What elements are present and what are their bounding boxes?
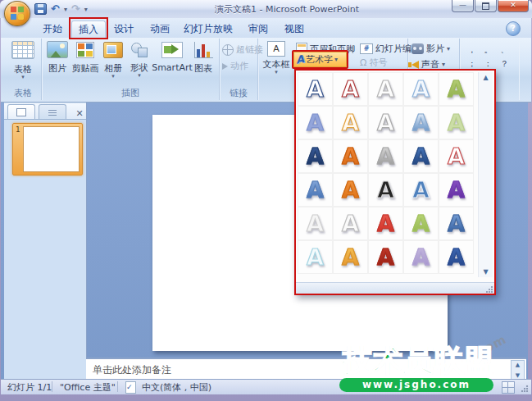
tab-animations[interactable]: 动画 (143, 21, 176, 37)
wordart-style-option[interactable]: A (439, 207, 474, 240)
office-button[interactable] (4, 1, 30, 26)
tab-review[interactable]: 审阅 (242, 21, 275, 37)
scroll-up-icon[interactable]: ▲ (512, 361, 524, 369)
table-icon (11, 41, 34, 59)
wordart-gallery: AAAAAAAAAAAAAAAAAAAAAAAAAAAAAA ▲ ▼ (294, 69, 496, 295)
gallery-scrollbar[interactable]: ▲ ▼ (478, 72, 493, 277)
wordart-style-option[interactable]: A (403, 139, 439, 173)
wordart-style-option[interactable]: A (368, 106, 403, 139)
slides-tab-icon (16, 108, 26, 116)
picture-button[interactable]: 图片 (45, 41, 70, 75)
undo-dropdown-icon[interactable]: ▾ (64, 6, 67, 13)
chart-button[interactable]: 图表 (191, 42, 216, 75)
scroll-up-icon[interactable]: ▲ (479, 74, 493, 81)
wordart-style-option[interactable]: A (403, 106, 439, 139)
wordart-style-option[interactable]: A (333, 72, 368, 106)
window-controls: — ✕ (452, 0, 529, 12)
movie-button[interactable]: 影片 ▾ (412, 43, 450, 55)
wordart-style-option[interactable]: A (403, 207, 439, 240)
qat-customize-icon[interactable]: ▾ (84, 6, 88, 13)
wordart-style-option[interactable]: A (439, 106, 474, 139)
tab-slides[interactable] (7, 104, 35, 119)
textbox-button[interactable]: A 文本框 ▾ (261, 41, 291, 75)
special-symbol-button[interactable]: 、 (496, 43, 513, 56)
wordart-style-option[interactable]: A (403, 173, 439, 207)
slide-thumbnail[interactable]: 1 (12, 123, 83, 175)
minimize-button[interactable]: — (452, 0, 474, 12)
close-button[interactable]: ✕ (498, 0, 529, 12)
special-symbol-button[interactable]: ； (463, 57, 480, 70)
wordart-style-option[interactable]: A (439, 139, 474, 173)
table-button[interactable]: 表格 ▾ (11, 41, 35, 80)
help-button[interactable]: ? (506, 21, 521, 36)
wordart-style-option[interactable]: A (368, 173, 403, 207)
slide-number-icon: # (360, 43, 373, 54)
wordart-style-option[interactable]: A (368, 240, 403, 274)
notes-placeholder[interactable]: 单击此处添加备注 (93, 363, 171, 377)
special-symbol-button[interactable]: ？ (496, 57, 513, 70)
wordart-style-option[interactable]: A (298, 106, 333, 139)
symbol-button[interactable]: Ω 符号 (360, 57, 387, 69)
wordart-letter: A (342, 78, 359, 100)
tab-outline[interactable] (39, 104, 66, 119)
panel-close-icon[interactable]: ✕ (73, 108, 86, 119)
wordart-letter: A (377, 145, 394, 167)
wordart-style-option[interactable]: A (333, 173, 368, 207)
special-symbol-button[interactable]: ， (463, 43, 480, 56)
wordart-style-option[interactable]: A (298, 207, 333, 240)
slide-thumbnail-number: 1 (16, 125, 20, 134)
notes-scrollbar[interactable]: ▲ ▼ (511, 360, 525, 380)
shapes-button[interactable]: 形状 ▾ (127, 42, 152, 78)
language-indicator[interactable]: 中文(简体 , 中国) (142, 381, 211, 394)
tab-design[interactable]: 设计 (107, 21, 140, 37)
wordart-style-option[interactable]: A (298, 72, 333, 106)
wordart-style-option[interactable]: A (403, 72, 439, 106)
spellcheck-icon[interactable] (125, 381, 136, 394)
redo-button[interactable]: ↷ (71, 3, 80, 15)
restore-icon (482, 2, 489, 10)
wordart-style-option[interactable]: A (333, 240, 368, 274)
action-button[interactable]: 动作 (222, 60, 248, 72)
outline-tab-icon (48, 109, 57, 116)
smartart-button[interactable]: SmartArt (152, 42, 193, 73)
clipart-button[interactable]: 剪贴画 (71, 42, 99, 75)
photo-album-button[interactable]: 相册 ▾ (101, 42, 125, 79)
office-logo-square (18, 7, 24, 12)
wordart-style-option[interactable]: A (368, 139, 403, 173)
wordart-letter: A (412, 112, 430, 134)
fit-slide-button[interactable] (502, 381, 515, 394)
shapes-icon (130, 42, 148, 57)
undo-button[interactable]: ↶ (51, 3, 60, 15)
wordart-style-option[interactable]: A (298, 139, 333, 173)
wordart-letter: A (377, 112, 394, 134)
scroll-down-icon[interactable]: ▼ (479, 268, 493, 276)
hyperlink-button[interactable]: 超链接 (222, 43, 263, 56)
special-symbol-button[interactable]: 。 (480, 43, 497, 56)
gallery-resize-grip[interactable] (486, 285, 493, 293)
save-icon[interactable] (34, 3, 47, 15)
picture-icon (47, 41, 68, 58)
wordart-style-option[interactable]: A (403, 240, 439, 274)
slide-indicator: 幻灯片 1/1 (7, 381, 52, 394)
tab-slideshow[interactable]: 幻灯片放映 (180, 21, 237, 37)
wordart-style-option[interactable]: A (298, 173, 333, 207)
ribbon-group-links: 超链接 动作 链接 (220, 39, 258, 100)
wordart-style-option[interactable]: A (368, 72, 403, 106)
resize-grip[interactable] (521, 385, 529, 393)
movie-icon (412, 43, 424, 54)
special-symbol-button[interactable]: ： (480, 57, 497, 70)
wordart-style-option[interactable]: A (439, 72, 474, 106)
wordart-button[interactable]: A 艺术字 ▾ (292, 50, 348, 69)
wordart-style-option[interactable]: A (439, 240, 474, 274)
wordart-style-option[interactable]: A (439, 173, 474, 207)
chevron-down-icon: ▾ (101, 75, 125, 79)
wordart-style-option[interactable]: A (368, 207, 403, 240)
tab-home[interactable]: 开始 (35, 21, 70, 37)
wordart-style-option[interactable]: A (298, 240, 333, 274)
wordart-style-option[interactable]: A (333, 139, 368, 173)
wordart-style-option[interactable]: A (333, 207, 368, 240)
panel-tabs: ✕ (4, 103, 86, 120)
restore-button[interactable] (475, 0, 497, 12)
tab-view[interactable]: 视图 (278, 21, 311, 37)
wordart-style-option[interactable]: A (333, 106, 368, 139)
